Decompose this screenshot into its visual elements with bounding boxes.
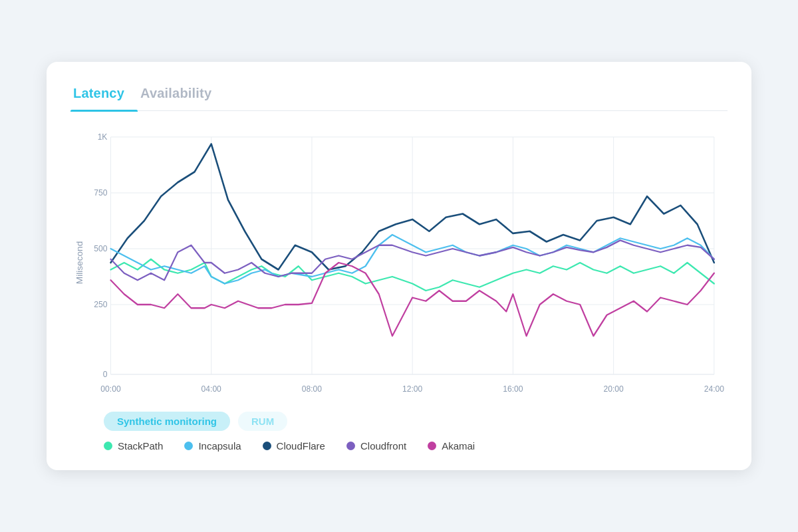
svg-text:04:00: 04:00	[201, 384, 221, 394]
svg-text:24:00: 24:00	[704, 384, 724, 394]
legend-cloudfront: Cloudfront	[346, 440, 406, 452]
filter-rum[interactable]: RUM	[238, 412, 287, 431]
svg-text:08:00: 08:00	[302, 384, 322, 394]
svg-text:250: 250	[94, 300, 107, 309]
svg-text:Milisecond: Milisecond	[74, 241, 84, 284]
svg-text:500: 500	[94, 244, 107, 253]
tab-latency[interactable]: Latency	[70, 80, 138, 110]
cloudfront-dot	[346, 442, 355, 450]
filter-synthetic[interactable]: Synthetic monitoring	[104, 412, 230, 431]
cloudflare-label: CloudFlare	[277, 440, 325, 452]
legend-incapsula: Incapsula	[184, 440, 241, 452]
filter-buttons: Synthetic monitoring RUM	[104, 412, 287, 431]
legend-section: Synthetic monitoring RUM StackPath Incap…	[70, 412, 728, 452]
main-card: Latency Availability Milisecond 1K 750 5…	[47, 62, 751, 470]
cloudflare-dot	[263, 442, 271, 450]
svg-text:12:00: 12:00	[402, 384, 422, 394]
tab-bar: Latency Availability	[70, 80, 728, 111]
stackpath-dot	[104, 442, 112, 450]
svg-text:750: 750	[94, 188, 107, 198]
latency-chart: Milisecond 1K 750 500 250 0 00:00 04	[70, 123, 728, 402]
cloudfront-label: Cloudfront	[360, 440, 406, 452]
svg-text:00:00: 00:00	[100, 384, 120, 394]
svg-text:16:00: 16:00	[503, 384, 523, 394]
svg-text:20:00: 20:00	[603, 384, 623, 394]
legend-stackpath: StackPath	[104, 440, 163, 452]
akamai-label: Akamai	[442, 440, 475, 452]
tab-availability[interactable]: Availability	[138, 80, 225, 110]
legend-items: StackPath Incapsula CloudFlare Cloudfron…	[104, 440, 475, 452]
stackpath-label: StackPath	[118, 440, 163, 452]
legend-cloudflare: CloudFlare	[263, 440, 325, 452]
svg-text:0: 0	[103, 370, 108, 379]
akamai-dot	[428, 442, 436, 450]
legend-akamai: Akamai	[428, 440, 475, 452]
incapsula-dot	[184, 442, 193, 450]
incapsula-label: Incapsula	[198, 440, 241, 452]
svg-text:1K: 1K	[98, 132, 108, 142]
chart-area: Milisecond 1K 750 500 250 0 00:00 04	[70, 123, 728, 402]
